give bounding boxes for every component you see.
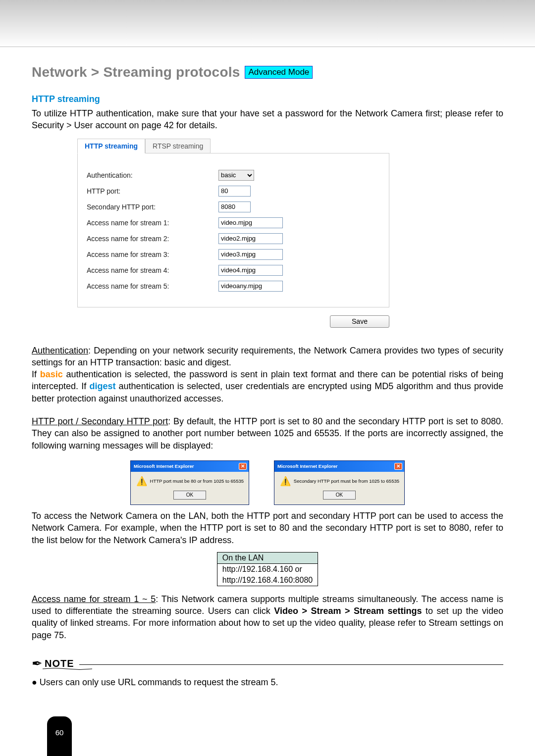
word-basic: basic — [40, 369, 63, 379]
dialog-row: Microsoft Internet Explorer ✕ ⚠️ HTTP po… — [32, 460, 503, 505]
page: Network > Streaming protocols Advanced M… — [0, 0, 535, 756]
warning-icon: ⚠️ — [136, 477, 147, 486]
input-http-port[interactable] — [218, 186, 251, 197]
save-button[interactable]: Save — [330, 315, 389, 328]
dialog-body: ⚠️ Secondary HTTP port must be from 1025… — [274, 472, 404, 504]
para-access-name: Access name for stream 1 ~ 5: This Netwo… — [32, 593, 503, 641]
lan-table-row2: http://192.168.4.160:8080 — [217, 575, 318, 586]
para-basic-digest: If basic authentication is selected, the… — [32, 368, 503, 404]
settings-panel-wrap: HTTP streaming RTSP streaming Authentica… — [77, 139, 503, 328]
para-auth-lead: Authentication — [32, 346, 88, 355]
pen-icon: ✒ — [32, 656, 43, 671]
input-stream2[interactable] — [218, 233, 283, 244]
row-sec-http-port: Secondary HTTP port: — [87, 199, 380, 215]
dialog-ok-button[interactable]: OK — [173, 491, 206, 500]
page-number-tab: 60 — [47, 716, 72, 756]
para-ports-lead: HTTP port / Secondary HTTP port — [32, 416, 168, 426]
lan-table-row1: http://192.168.4.160 or — [217, 563, 318, 575]
warning-icon: ⚠️ — [280, 477, 291, 486]
page-title: Network > Streaming protocols — [32, 64, 240, 80]
label-stream1: Access name for stream 1: — [87, 219, 218, 227]
label-stream5: Access name for stream 5: — [87, 282, 218, 290]
para-ports: HTTP port / Secondary HTTP port: By defa… — [32, 415, 503, 452]
para-access-bold: Video > Stream > Stream settings — [274, 606, 422, 616]
dialog-title: Microsoft Internet Explorer — [134, 463, 194, 469]
lan-table-header: On the LAN — [217, 552, 318, 563]
save-row: Save — [77, 315, 389, 328]
input-stream3[interactable] — [218, 249, 283, 260]
row-stream5: Access name for stream 5: — [87, 278, 380, 294]
section-title: HTTP streaming — [32, 94, 503, 104]
label-http-port: HTTP port: — [87, 187, 218, 195]
dialog-title-bar: Microsoft Internet Explorer ✕ — [274, 461, 404, 472]
label-stream2: Access name for stream 2: — [87, 235, 218, 243]
dialog-body: ⚠️ HTTP port must be 80 or from 1025 to … — [131, 472, 249, 504]
content-area: Network > Streaming protocols Advanced M… — [0, 47, 535, 688]
dialog-http-port: Microsoft Internet Explorer ✕ ⚠️ HTTP po… — [130, 460, 249, 505]
row-stream4: Access name for stream 4: — [87, 262, 380, 278]
top-gradient-bar — [0, 0, 535, 47]
tab-http-streaming[interactable]: HTTP streaming — [77, 139, 145, 153]
para-lan: To access the Network Camera on the LAN,… — [32, 510, 503, 546]
tab-rtsp-streaming[interactable]: RTSP streaming — [145, 139, 211, 153]
settings-panel: Authentication: basic HTTP port: Seconda… — [77, 153, 389, 307]
page-number: 60 — [55, 728, 64, 737]
row-stream2: Access name for stream 2: — [87, 231, 380, 247]
para-access-lead: Access name for stream 1 ~ 5 — [32, 594, 156, 604]
dialog-title-bar: Microsoft Internet Explorer ✕ — [131, 461, 249, 472]
dialog-msg-2: Secondary HTTP port must be from 1025 to… — [294, 478, 399, 484]
label-sec-http-port: Secondary HTTP port: — [87, 203, 218, 211]
dialog-ok-button[interactable]: OK — [323, 491, 356, 500]
lan-url-table: On the LAN http://192.168.4.160 or http:… — [217, 552, 318, 586]
note-divider — [79, 664, 503, 665]
note-header: ✒ NOTE — [32, 656, 503, 671]
word-digest: digest — [89, 381, 115, 391]
label-stream3: Access name for stream 3: — [87, 251, 218, 258]
label-authentication: Authentication: — [87, 171, 218, 179]
advanced-mode-badge: Advanced Mode — [245, 66, 313, 79]
input-sec-http-port[interactable] — [218, 202, 251, 212]
note-bullet: ● Users can only use URL commands to req… — [32, 677, 503, 688]
row-http-port: HTTP port: — [87, 183, 380, 199]
input-stream1[interactable] — [218, 217, 283, 228]
dialog-title: Microsoft Internet Explorer — [277, 463, 337, 469]
row-stream3: Access name for stream 3: — [87, 247, 380, 262]
row-stream1: Access name for stream 1: — [87, 215, 380, 231]
intro-text: To utilize HTTP authentication, make sur… — [32, 107, 503, 132]
close-icon[interactable]: ✕ — [394, 463, 402, 470]
dialog-sec-http-port: Microsoft Internet Explorer ✕ ⚠️ Seconda… — [274, 460, 405, 505]
note-underline-icon — [43, 667, 92, 670]
tabs: HTTP streaming RTSP streaming — [77, 139, 503, 153]
close-icon[interactable]: ✕ — [239, 463, 247, 470]
input-stream4[interactable] — [218, 265, 283, 276]
select-authentication[interactable]: basic — [218, 170, 254, 181]
para-authentication: Authentication: Depending on your networ… — [32, 345, 503, 369]
dialog-msg-1: HTTP port must be 80 or from 1025 to 655… — [150, 478, 244, 484]
input-stream5[interactable] — [218, 281, 283, 292]
label-stream4: Access name for stream 4: — [87, 266, 218, 274]
row-authentication: Authentication: basic — [87, 167, 380, 183]
heading-row: Network > Streaming protocols Advanced M… — [32, 64, 503, 80]
